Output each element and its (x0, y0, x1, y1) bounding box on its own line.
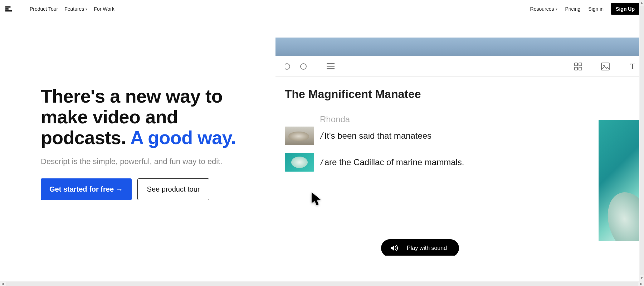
nav-pricing-label: Pricing (565, 6, 581, 12)
slash-marker: / (321, 157, 323, 167)
cursor-pointer-icon (311, 191, 323, 208)
horizontal-scrollbar[interactable]: ◀ ▶ (0, 281, 644, 286)
sign-up-button[interactable]: Sign Up (611, 3, 640, 15)
svg-rect-4 (327, 66, 335, 67)
svg-rect-3 (327, 63, 335, 64)
preview-thumbnail[interactable] (599, 120, 641, 241)
svg-rect-8 (575, 67, 577, 70)
scroll-up-icon[interactable]: ▲ (640, 0, 644, 6)
chevron-down-icon: ▾ (556, 7, 557, 11)
image-icon[interactable] (600, 61, 610, 72)
top-nav: Product Tour Features ▾ For Work Resourc… (0, 0, 644, 18)
nav-left: Product Tour Features ▾ For Work (4, 4, 115, 14)
transcript-text[interactable]: /are the Cadillac of marine mammals. (321, 157, 464, 167)
clip-thumbnail[interactable] (285, 153, 314, 172)
document-area: The Magnificent Manatee Rhonda /It's bee… (275, 77, 594, 256)
svg-rect-7 (579, 63, 582, 66)
nav-right: Resources ▾ Pricing Sign in Sign Up (530, 3, 640, 15)
svg-rect-5 (327, 68, 335, 69)
product-tour-button[interactable]: See product tour (137, 178, 210, 200)
nav-sign-in-label: Sign in (588, 6, 604, 12)
transcript-line[interactable]: /are the Cadillac of marine mammals. (285, 153, 585, 172)
transcript-text[interactable]: /It's been said that manatees (321, 131, 431, 141)
svg-rect-1 (5, 8, 9, 10)
demo-toolbar: T (275, 56, 644, 77)
nav-sign-in[interactable]: Sign in (587, 5, 604, 13)
brand-logo-icon[interactable] (4, 5, 13, 13)
nav-divider (21, 4, 21, 14)
menu-icon[interactable] (326, 61, 336, 72)
hero-section: There's a new way to make video and podc… (0, 18, 275, 286)
main: There's a new way to make video and podc… (0, 18, 644, 286)
document-title: The Magnificent Manatee (285, 88, 585, 101)
demo-panel: T The Magnificent Manatee Rhonda /It's b… (275, 38, 644, 256)
transcript-line[interactable]: /It's been said that manatees (285, 127, 585, 145)
play-label: Play with sound (407, 245, 447, 251)
speaker-label: Rhonda (320, 114, 585, 124)
chevron-down-icon: ▾ (86, 7, 87, 11)
right-rail (594, 77, 644, 256)
vertical-scrollbar[interactable]: ▲ ▼ (639, 0, 644, 281)
sound-icon (390, 244, 398, 252)
grid-icon[interactable] (573, 61, 583, 72)
nav-features-label: Features (64, 6, 84, 12)
svg-rect-2 (5, 10, 12, 12)
hero-headline: There's a new way to make video and podc… (41, 86, 261, 148)
scroll-left-icon[interactable]: ◀ (0, 282, 6, 286)
transcript-words: It's been said that manatees (325, 131, 431, 140)
nav-for-work[interactable]: For Work (93, 5, 115, 13)
undo-icon[interactable] (282, 61, 292, 72)
scroll-down-icon[interactable]: ▼ (640, 275, 644, 281)
text-icon[interactable]: T (628, 61, 638, 72)
demo-body: The Magnificent Manatee Rhonda /It's bee… (275, 77, 644, 256)
nav-features[interactable]: Features ▾ (64, 5, 88, 13)
nav-product-tour-label: Product Tour (30, 6, 58, 12)
nav-for-work-label: For Work (94, 6, 114, 12)
scroll-track[interactable] (6, 282, 638, 286)
nav-pricing[interactable]: Pricing (565, 5, 581, 13)
transcript-words: are the Cadillac of marine mammals. (325, 157, 464, 167)
nav-product-tour[interactable]: Product Tour (29, 5, 59, 13)
slash-marker: / (321, 131, 323, 140)
get-started-button[interactable]: Get started for free → (41, 178, 132, 200)
svg-rect-9 (579, 67, 582, 70)
hero-headline-accent: A good way. (130, 127, 236, 148)
nav-resources[interactable]: Resources ▾ (530, 5, 558, 13)
svg-rect-0 (5, 6, 11, 8)
svg-rect-6 (575, 63, 577, 66)
scroll-right-icon[interactable]: ▶ (638, 282, 644, 286)
cta-row: Get started for free → See product tour (41, 178, 261, 200)
record-icon[interactable] (298, 61, 308, 72)
demo-header-image (275, 38, 644, 56)
hero-subhead: Descript is the simple, powerful, and fu… (41, 157, 261, 166)
play-with-sound-button[interactable]: Play with sound (381, 239, 459, 256)
scroll-track[interactable] (640, 6, 644, 275)
clip-thumbnail[interactable] (285, 127, 314, 145)
nav-resources-label: Resources (530, 6, 554, 12)
svg-point-11 (603, 65, 605, 66)
